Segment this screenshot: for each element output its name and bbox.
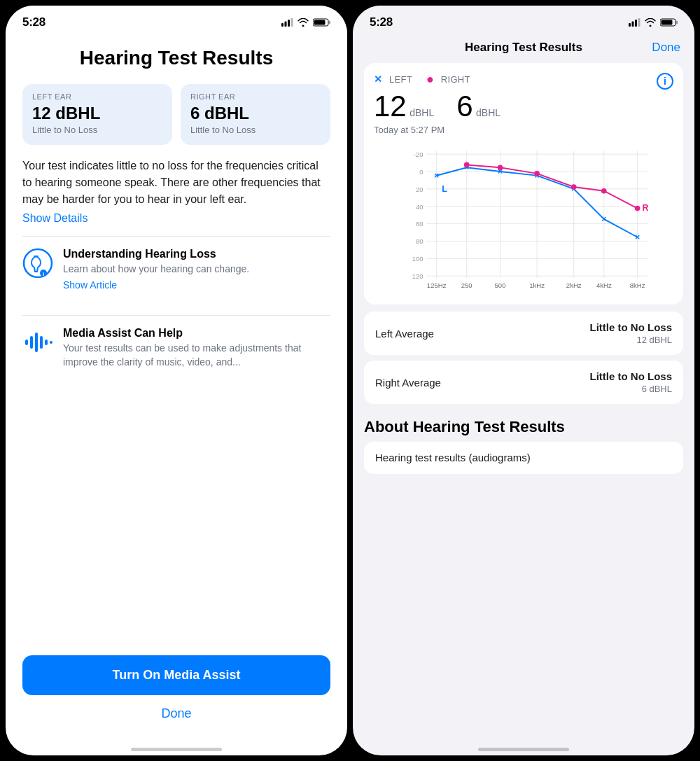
svg-rect-14: [45, 340, 48, 345]
left-legend: ✕ LEFT: [374, 73, 412, 85]
svg-text:120: 120: [412, 272, 424, 280]
chart-legends: ✕ LEFT ● RIGHT: [374, 73, 673, 85]
left-average-label: Left Average: [375, 328, 434, 340]
result-description: Your test indicates little to no loss fo…: [22, 158, 330, 208]
svg-rect-17: [632, 22, 634, 27]
media-description: Your test results can be used to make ad…: [63, 342, 330, 369]
svg-text:R: R: [643, 203, 649, 213]
svg-text:8kHz: 8kHz: [630, 281, 645, 289]
status-icons-left: [281, 18, 330, 27]
article-section: i Understanding Hearing Loss Learn about…: [22, 248, 330, 292]
page-title-left: Hearing Test Results: [22, 46, 330, 70]
svg-rect-3: [291, 18, 293, 27]
svg-text:1kHz: 1kHz: [529, 281, 545, 289]
left-main-content: Hearing Test Results LEFT EAR 12 dBHL Li…: [6, 35, 347, 741]
divider-2: [22, 315, 330, 316]
right-ear-value: 6 dBHL: [190, 104, 321, 123]
svg-text:0: 0: [419, 168, 423, 176]
svg-text:×: ×: [635, 232, 640, 242]
right-hearing-value: 6 dBHL: [456, 90, 500, 123]
show-article-link[interactable]: Show Article: [63, 279, 117, 291]
svg-text:500: 500: [495, 281, 506, 289]
right-ear-label: RIGHT EAR: [190, 92, 321, 101]
svg-text:250: 250: [461, 281, 472, 289]
wifi-icon-right: [645, 18, 656, 27]
turn-on-media-assist-button[interactable]: Turn On Media Assist: [22, 655, 330, 695]
done-button-right[interactable]: Done: [652, 41, 680, 55]
audiogram-chart: -20 0 20 40 60 80 100 120 125Hz 250 500 …: [374, 141, 673, 295]
hearing-icon-container: i: [22, 248, 53, 279]
svg-rect-22: [662, 20, 673, 25]
svg-rect-11: [30, 336, 33, 349]
about-section-title: About Hearing Test Results: [364, 418, 683, 436]
left-ear-label: LEFT EAR: [32, 92, 162, 101]
right-header: Hearing Test Results Done: [353, 35, 694, 63]
svg-text:100: 100: [412, 255, 424, 263]
right-phone-panel: 5:28 Hearing Test Results Done: [353, 6, 694, 755]
status-time-left: 5:28: [22, 15, 46, 29]
left-legend-label: LEFT: [389, 74, 412, 85]
left-average-card: Left Average Little to No Loss 12 dBHL: [364, 312, 683, 355]
done-button-left[interactable]: Done: [22, 704, 330, 724]
svg-point-7: [24, 249, 52, 277]
media-assist-icon: [22, 327, 53, 358]
left-ear-status: Little to No Loss: [32, 125, 162, 135]
svg-text:40: 40: [416, 203, 424, 211]
svg-point-63: [534, 171, 540, 176]
svg-rect-2: [288, 20, 290, 27]
svg-text:60: 60: [416, 220, 424, 228]
article-title: Understanding Hearing Loss: [63, 248, 330, 260]
left-hearing-value: 12 dBHL: [374, 90, 434, 123]
media-section: Media Assist Can Help Your test results …: [22, 327, 330, 372]
chart-timestamp: Today at 5:27 PM: [374, 125, 673, 135]
svg-rect-10: [25, 340, 28, 345]
svg-rect-12: [35, 333, 38, 352]
show-details-link[interactable]: Show Details: [22, 212, 330, 225]
left-average-status: Little to No Loss: [590, 321, 673, 333]
svg-text:80: 80: [416, 237, 424, 245]
right-ear-status: Little to No Loss: [190, 125, 321, 135]
right-dot-marker: ●: [426, 73, 434, 85]
svg-rect-1: [285, 22, 287, 27]
signal-icon: [281, 18, 293, 27]
svg-text:×: ×: [601, 214, 606, 224]
chart-card: ✕ LEFT ● RIGHT 12 dBHL 6 dBHL Tod: [364, 63, 683, 305]
right-big-value: 6: [456, 90, 472, 123]
svg-rect-16: [629, 23, 631, 27]
left-unit: dBHL: [410, 107, 434, 118]
svg-rect-19: [638, 18, 640, 27]
about-card-text: Hearing test results (audiograms): [375, 452, 531, 463]
bottom-section: Turn On Media Assist Done: [22, 655, 330, 729]
svg-text:-20: -20: [414, 151, 424, 158]
ear-cards: LEFT EAR 12 dBHL Little to No Loss RIGHT…: [22, 84, 330, 145]
info-circle-button[interactable]: i: [657, 73, 673, 90]
left-average-value: 12 dBHL: [590, 335, 673, 345]
left-average-result: Little to No Loss 12 dBHL: [590, 321, 673, 345]
media-icon-container: [22, 327, 53, 358]
svg-point-66: [635, 206, 640, 211]
svg-text:i: i: [43, 270, 44, 277]
right-ear-card: RIGHT EAR 6 dBHL Little to No Loss: [181, 84, 330, 145]
battery-icon: [313, 18, 330, 27]
left-ear-value: 12 dBHL: [32, 104, 162, 123]
signal-icon-right: [629, 18, 640, 27]
left-big-value: 12: [374, 90, 407, 123]
right-average-value: 6 dBHL: [590, 384, 673, 394]
right-main-content: ✕ LEFT ● RIGHT 12 dBHL 6 dBHL Tod: [353, 63, 694, 742]
svg-text:L: L: [442, 184, 447, 194]
article-description: Learn about how your hearing can change.: [63, 263, 330, 277]
status-time-right: 5:28: [370, 15, 393, 29]
audiogram-container: -20 0 20 40 60 80 100 120 125Hz 250 500 …: [374, 141, 673, 298]
svg-rect-5: [329, 21, 330, 25]
right-unit: dBHL: [476, 107, 500, 118]
right-legend: ● RIGHT: [426, 73, 470, 85]
svg-rect-13: [40, 336, 43, 349]
svg-rect-15: [50, 341, 52, 344]
svg-point-62: [498, 165, 503, 170]
right-average-result: Little to No Loss 6 dBHL: [590, 370, 673, 394]
right-legend-label: RIGHT: [441, 74, 470, 85]
hearing-icon: i: [22, 248, 53, 279]
wifi-icon: [298, 18, 309, 27]
svg-point-64: [571, 184, 577, 190]
svg-rect-6: [314, 20, 326, 25]
